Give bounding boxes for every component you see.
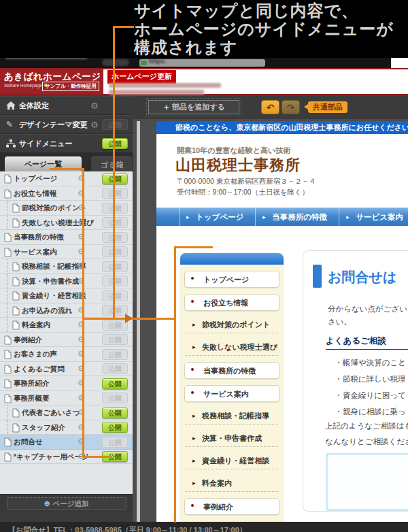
gear-icon[interactable]: ⚙ [90,120,99,130]
publish-button[interactable]: 公開 [102,276,128,286]
publish-button[interactable]: 公開 [102,334,128,345]
add-page-button[interactable]: ⊕ページ追加 [7,497,126,510]
preview-nav-item[interactable]: ▸ サービス案内 [339,208,408,226]
page-icon [4,335,12,345]
annotation-arrow-icon [125,314,133,323]
preview-sidemenu-item-main[interactable]: 当事務所の特徴 [184,362,279,379]
tab-trash[interactable]: ゴミ箱 [91,156,132,171]
publish-button[interactable]: 公開 [102,393,128,403]
url-text: https: [149,58,166,65]
preview-sidemenu-item-sub[interactable]: ▸ 資金繰り・経営相談 [186,453,278,469]
page-title-label: 当事務所の特徴 [14,233,64,242]
lock-icon [141,61,147,65]
page-icon [4,437,12,447]
preview-side-menu: トップページ お役立ち情報 ▸ 節税対策のポイント ▸ 失敗しない税理士選び 当… [180,253,284,525]
page-icon [4,174,12,184]
redo-button[interactable]: ↷ [282,100,300,114]
preview-sidemenu-item-sub[interactable]: ▸ 税務相談・記帳指導 [186,408,278,425]
page-icon [4,365,12,374]
footer-bar: 【お問合せ】TEL：03-5988-5985（平日 9:00～11:30 / 1… [0,522,408,532]
publish-button[interactable]: 公開 [102,203,128,214]
homepage-update-badge[interactable]: ホームページ更新 [107,70,176,84]
page-icon [12,320,20,330]
preview-nav-item[interactable]: ▸ 当事務所の特徴 [255,208,339,226]
page-edge-strip [137,121,140,522]
plus-circle-icon: ⊕ [44,499,50,508]
publish-button[interactable]: 公開 [102,173,128,184]
preview-sidemenu-item-main[interactable]: 事例紹介 [184,498,279,515]
preview-sidemenu-item-main[interactable]: お役立ち情報 [184,294,279,311]
publish-button[interactable]: 公開 [102,246,128,257]
page-list-row[interactable]: スタッフ紹介 ⚙ 公開 [0,420,133,435]
arrow-right-icon: ▸ [262,208,266,227]
preview-hours: 受付時間：9:00～17:00（土日祝を除く） [177,188,309,197]
page-list-row[interactable]: 代表者ごあいさつ ⚙ 公開 [0,405,133,420]
bullet-ring-icon [191,504,194,507]
faq-bullet-item: 帳簿や決算のこと [335,354,406,371]
preview-sidemenu-item-main[interactable]: トップページ [184,271,279,288]
page-icon [4,248,12,257]
page-icon [4,233,12,242]
preview-content-card: お問合せは 分からない点がござい さい。 よくあるご相談 帳簿や決算のこと節税に… [303,250,408,512]
content-heading: お問合せは [328,268,396,286]
browser-chrome: https: [0,58,408,68]
publish-button[interactable]: 公開 [102,363,128,374]
gear-icon[interactable]: ⚙ [90,101,99,111]
preview-sidemenu-item-main[interactable]: サービス案内 [184,385,279,402]
sidemenu-item-label: 料金案内 [202,479,232,487]
page-list-row[interactable]: お客さまの声 ⚙ 公開 [0,347,133,362]
page-icon [4,350,12,359]
publish-button[interactable]: 公開 [102,119,128,130]
browser-url-bar[interactable]: https: [139,59,265,67]
annotation-line [174,246,176,522]
plus-icon: ＋ [163,103,170,111]
page-list-row[interactable]: 料金案内 ⚙ 公開 [0,318,133,333]
publish-button[interactable]: 公開 [102,437,128,448]
arrow-right-icon: ▸ [192,453,196,468]
publish-button[interactable]: 公開 [102,305,128,316]
preview-sidemenu-item-sub[interactable]: ▸ 節税対策のポイント [186,317,278,333]
logo-subtitle: Akibare Homepage❋ [4,82,48,88]
arrow-right-icon: ▸ [192,408,196,423]
page-icon [12,408,20,418]
annotation-line [113,26,115,320]
common-parts-badge[interactable]: 共通部品 [308,101,347,113]
publish-button[interactable]: 公開 [102,261,128,272]
page-list-row[interactable]: *キャプチャー用ページ ⚙ 公開 [0,450,133,465]
publish-button[interactable]: 公開 [102,320,128,331]
page-list-row[interactable]: 事務所概要 ⚙ 公開 [0,391,133,406]
preview-nav-item[interactable]: ▸ トップページ [179,208,255,226]
browser-nav-buttons[interactable] [102,59,129,66]
heading-accent-bar [313,265,322,288]
preview-sidemenu-item-sub[interactable]: ▸ 失敗しない税理士選び [186,339,278,356]
publish-button[interactable]: 公開 [102,188,128,199]
add-part-button[interactable]: ＋部品を追加する [148,100,239,114]
bullet-ring-icon [191,277,194,280]
page-list-row[interactable]: よくあるご質問 ⚙ 公開 [0,362,133,377]
contact-highlight-box [326,453,408,511]
publish-button[interactable]: 公開 [102,290,128,301]
preview-sidemenu-item-sub[interactable]: ▸ 決算・申告書作成 [186,431,278,447]
undo-button[interactable]: ↶ [261,100,279,114]
arrow-right-icon: ▸ [346,208,350,227]
preview-sidemenu-item-sub[interactable]: ▸ 料金案内 [186,476,278,492]
publish-button[interactable]: 公開 [102,408,128,418]
publish-button[interactable]: 公開 [102,349,128,360]
page-icon [12,262,20,271]
publish-button[interactable]: 公開 [102,138,128,149]
publish-button[interactable]: 公開 [102,378,128,389]
bullet-ring-icon [191,391,194,394]
publish-button[interactable]: 公開 [102,422,128,433]
publish-button[interactable]: 公開 [102,217,128,228]
page-list-row[interactable]: お問合せ ⚙ 公開 [0,435,133,450]
page-title-label: 事例紹介 [14,335,42,345]
page-list-row[interactable]: 事務所紹介 ⚙ 公開 [0,376,133,391]
annotation-line-3: 構成されます [134,38,394,56]
page-title-label: 決算・申告書作成 [22,277,79,286]
arrow-right-icon: ▸ [192,431,196,446]
annotation-callout: サイトマップと同じ内容で、 ホームページのサイドメニューが 構成されます [0,0,408,58]
publish-button[interactable]: 公開 [102,232,128,243]
page-list-row[interactable]: 事例紹介 ⚙ 公開 [0,333,133,348]
sidemenu-item-label: 失敗しない税理士選び [202,343,277,351]
page-title-label: サービス案内 [14,248,57,257]
